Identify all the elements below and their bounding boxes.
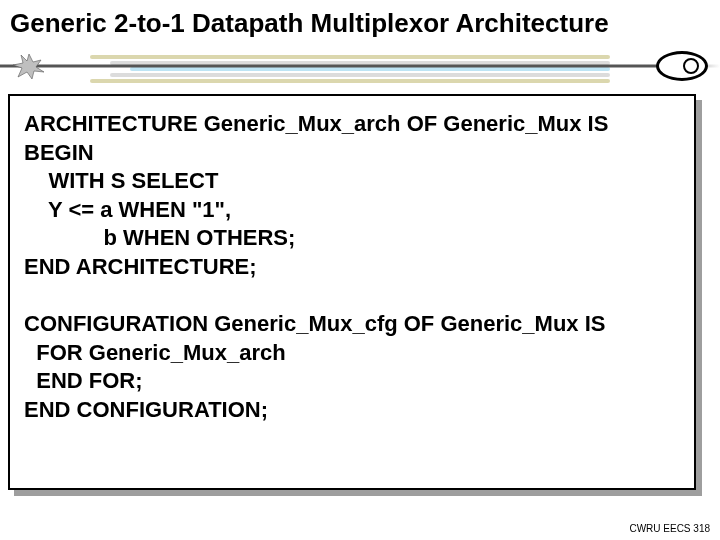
decor-stripe [90, 55, 610, 59]
code-line: BEGIN [24, 140, 94, 165]
slide-title: Generic 2-to-1 Datapath Multiplexor Arch… [0, 0, 720, 43]
title-underline-decor [0, 49, 720, 83]
code-line: WITH S SELECT [24, 168, 218, 193]
decor-stripe [130, 67, 610, 71]
vhdl-code: ARCHITECTURE Generic_Mux_arch OF Generic… [24, 110, 680, 425]
footer-text: CWRU EECS 318 [629, 523, 710, 534]
decor-stripe [110, 73, 610, 77]
decor-stripe [90, 79, 610, 83]
code-line: END CONFIGURATION; [24, 397, 268, 422]
star-burst-icon [10, 52, 48, 80]
oval-terminator-icon [656, 51, 708, 81]
svg-marker-0 [13, 54, 44, 79]
code-line: ARCHITECTURE Generic_Mux_arch OF Generic… [24, 111, 608, 136]
code-line: END ARCHITECTURE; [24, 254, 257, 279]
code-line: FOR Generic_Mux_arch [24, 340, 286, 365]
code-line: END FOR; [24, 368, 143, 393]
code-box: ARCHITECTURE Generic_Mux_arch OF Generic… [8, 94, 696, 490]
code-line: b WHEN OTHERS; [24, 225, 295, 250]
code-line: Y <= a WHEN "1", [24, 197, 231, 222]
code-line: CONFIGURATION Generic_Mux_cfg OF Generic… [24, 311, 606, 336]
decor-main-line [0, 65, 720, 68]
